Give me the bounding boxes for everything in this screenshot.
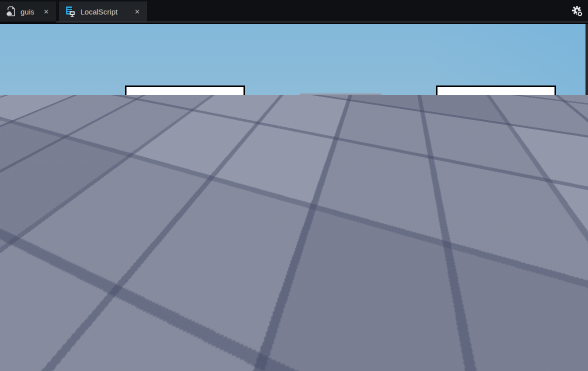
gui-button[interactable]: Button <box>264 106 384 176</box>
bottom-edge-bar <box>0 366 588 371</box>
local-script-icon <box>65 6 76 17</box>
place-file-icon <box>6 6 16 18</box>
close-icon[interactable]: ✕ <box>134 8 141 16</box>
tab-guis[interactable]: guis ✕ <box>0 2 56 22</box>
studio-window: guis ✕ LocalScript ✕ <box>0 0 588 371</box>
gui-button[interactable]: Button <box>36 186 156 256</box>
close-icon[interactable]: ✕ <box>42 8 50 16</box>
tab-label: LocalScript <box>80 8 118 16</box>
gear-icon <box>572 6 584 18</box>
right-edge-strip <box>586 24 588 366</box>
tab-localscript[interactable]: LocalScript ✕ <box>59 2 147 22</box>
gui-button[interactable]: Button <box>308 242 428 312</box>
gui-button[interactable]: Button <box>158 269 278 339</box>
distant-part <box>383 136 387 142</box>
document-tab-bar: guis ✕ LocalScript ✕ <box>0 0 588 24</box>
tab-settings-button[interactable] <box>572 6 584 18</box>
tab-label: guis <box>20 8 34 16</box>
game-viewport[interactable]: Button Button Button Button Button Butto… <box>0 24 588 371</box>
gui-button[interactable]: Button <box>436 86 556 156</box>
gui-button[interactable]: Button <box>125 86 245 156</box>
